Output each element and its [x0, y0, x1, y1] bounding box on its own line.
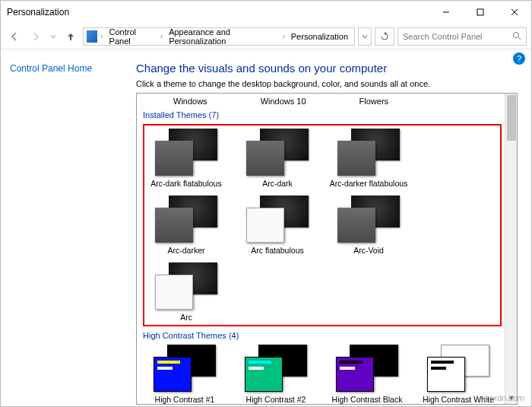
window-controls — [429, 1, 531, 24]
tab-windows10[interactable]: Windows 10 — [261, 97, 306, 106]
theme-label: High Contrast #2 — [246, 395, 306, 404]
forward-button[interactable] — [27, 27, 45, 46]
theme-thumbnail — [246, 129, 309, 176]
watermark: wsxdn.com — [483, 393, 524, 402]
theme-item[interactable]: Arc-dark — [239, 129, 316, 188]
theme-item[interactable]: Arc-darker — [147, 196, 225, 255]
theme-label: Arc-darker flatabulous — [330, 179, 408, 188]
minimize-button[interactable] — [429, 1, 463, 24]
help-icon[interactable]: ? — [513, 52, 525, 65]
recent-dropdown[interactable] — [48, 27, 59, 46]
window: Personalization › Control Panel › Appear… — [0, 0, 532, 407]
theme-color-thumb — [245, 357, 283, 392]
theme-label: Arc-Void — [353, 246, 384, 255]
theme-thumbnail — [154, 345, 216, 392]
control-panel-home-link[interactable]: Control Panel Home — [10, 63, 92, 74]
sidebar: Control Panel Home — [1, 49, 130, 406]
installed-themes-highlight: Arc-dark flatabulous Arc-dark Arc-darker… — [143, 124, 502, 326]
chevron-right-icon: › — [282, 32, 284, 40]
control-panel-icon — [87, 30, 97, 43]
theme-label: Arc-dark flatabulous — [150, 179, 221, 188]
theme-color-thumb — [155, 141, 193, 176]
theme-item[interactable]: High Contrast #2 — [237, 345, 315, 404]
themes-panel: Windows Windows 10 Flowers Installed The… — [136, 93, 518, 405]
address-dropdown[interactable] — [358, 27, 372, 46]
content: ? Change the visuals and sounds on your … — [130, 49, 531, 406]
theme-label: High Contrast Black — [332, 395, 403, 404]
up-button[interactable] — [62, 27, 80, 46]
theme-color-thumb — [155, 208, 193, 243]
search-placeholder: Search Control Panel — [403, 32, 483, 41]
theme-color-thumb — [336, 357, 374, 392]
theme-thumbnail — [337, 129, 400, 176]
theme-item[interactable]: Arc — [147, 262, 225, 322]
svg-point-4 — [514, 32, 519, 37]
theme-item[interactable]: Arc-darker flatabulous — [330, 129, 407, 188]
back-button[interactable] — [5, 27, 24, 46]
navbar: › Control Panel › Appearance and Persona… — [1, 24, 531, 49]
search-input[interactable]: Search Control Panel — [397, 27, 527, 46]
crumb-1[interactable]: Appearance and Personalization — [166, 26, 279, 47]
theme-thumbnail — [246, 196, 309, 243]
theme-item[interactable]: High Contrast Black — [328, 345, 406, 404]
highcontrast-section-label: High Contrast Themes (4) — [143, 331, 502, 340]
search-icon — [512, 31, 521, 42]
theme-color-thumb — [246, 208, 284, 243]
installed-section-label: Installed Themes (7) — [143, 110, 502, 119]
theme-item[interactable]: High Contrast #1 — [146, 345, 223, 404]
theme-item[interactable]: Arc-Void — [330, 196, 407, 255]
theme-color-thumb — [154, 357, 192, 392]
page-heading: Change the visuals and sounds on your co… — [136, 62, 518, 75]
theme-color-thumb — [337, 208, 375, 243]
crumb-2[interactable]: Personalization — [288, 30, 351, 43]
theme-color-thumb — [337, 141, 375, 176]
theme-label: Arc flatabulous — [251, 246, 303, 255]
crumb-0[interactable]: Control Panel — [106, 26, 157, 47]
page-desc: Click a theme to change the desktop back… — [136, 79, 518, 88]
theme-label: Arc-dark — [262, 179, 293, 188]
theme-item[interactable]: Arc flatabulous — [239, 196, 316, 255]
close-button[interactable] — [497, 1, 531, 24]
theme-label: Arc — [180, 313, 192, 322]
theme-thumbnail — [427, 345, 489, 392]
theme-item[interactable]: Arc-dark flatabulous — [147, 129, 225, 188]
theme-color-thumb — [246, 141, 284, 176]
svg-rect-1 — [477, 9, 483, 15]
window-title: Personalization — [7, 7, 69, 17]
theme-color-thumb — [155, 275, 193, 310]
theme-color-thumb — [427, 357, 465, 392]
theme-thumbnail — [245, 345, 307, 392]
theme-thumbnail — [155, 196, 217, 243]
scroll-thumb[interactable] — [507, 95, 516, 141]
breadcrumb[interactable]: › Control Panel › Appearance and Persona… — [83, 27, 355, 46]
theme-label: Arc-darker — [167, 246, 204, 255]
scrollbar[interactable]: ▲ ▼ — [505, 94, 517, 404]
chevron-right-icon: › — [160, 32, 163, 40]
maximize-button[interactable] — [463, 1, 497, 24]
theme-thumbnail — [155, 262, 217, 310]
theme-label: High Contrast #1 — [155, 395, 215, 404]
svg-line-5 — [518, 37, 521, 40]
highcontrast-themes-grid: High Contrast #1 High Contrast #2 High C… — [143, 345, 502, 404]
body: Control Panel Home ? Change the visuals … — [1, 49, 531, 406]
theme-tabs: Windows Windows 10 Flowers — [143, 97, 502, 106]
titlebar: Personalization — [1, 1, 531, 24]
tab-windows[interactable]: Windows — [173, 97, 207, 106]
tab-flowers[interactable]: Flowers — [359, 97, 389, 106]
theme-thumbnail — [337, 196, 400, 243]
theme-thumbnail — [155, 129, 217, 176]
refresh-button[interactable] — [375, 27, 394, 46]
theme-thumbnail — [336, 345, 398, 392]
installed-themes-grid: Arc-dark flatabulous Arc-dark Arc-darker… — [147, 129, 497, 322]
chevron-right-icon: › — [100, 32, 103, 40]
